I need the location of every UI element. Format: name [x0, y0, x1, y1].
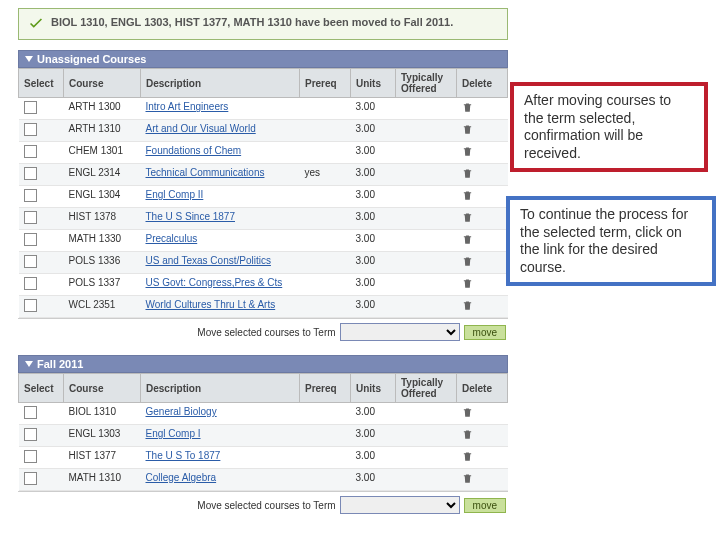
col-prereq[interactable]: Prereq — [300, 374, 351, 403]
confirmation-text: BIOL 1310, ENGL 1303, HIST 1377, MATH 13… — [51, 15, 453, 29]
course-link[interactable]: College Algebra — [146, 472, 217, 483]
offered — [396, 403, 457, 425]
col-delete[interactable]: Delete — [457, 374, 508, 403]
table-row: POLS 1337US Govt: Congress,Pres & Cts3.0… — [19, 274, 508, 296]
row-checkbox[interactable] — [24, 233, 37, 246]
prereq — [300, 208, 351, 230]
course-link[interactable]: Engl Comp I — [146, 428, 201, 439]
course-link[interactable]: Art and Our Visual World — [146, 123, 256, 134]
col-units[interactable]: Units — [351, 374, 396, 403]
trash-icon[interactable] — [462, 406, 503, 419]
row-checkbox[interactable] — [24, 167, 37, 180]
row-checkbox[interactable] — [24, 145, 37, 158]
prereq: yes — [300, 164, 351, 186]
col-delete[interactable]: Delete — [457, 69, 508, 98]
row-checkbox[interactable] — [24, 123, 37, 136]
trash-icon[interactable] — [462, 450, 503, 463]
move-label: Move selected courses to Term — [197, 327, 335, 338]
row-checkbox[interactable] — [24, 472, 37, 485]
row-checkbox[interactable] — [24, 255, 37, 268]
course-code: WCL 2351 — [64, 296, 141, 318]
table-row: ARTH 1300Intro Art Engineers3.00 — [19, 98, 508, 120]
row-checkbox[interactable] — [24, 189, 37, 202]
move-label: Move selected courses to Term — [197, 500, 335, 511]
col-units[interactable]: Units — [351, 69, 396, 98]
term-select-1[interactable] — [340, 323, 460, 341]
table-row: CHEM 1301Foundations of Chem3.00 — [19, 142, 508, 164]
units: 3.00 — [351, 469, 396, 491]
col-offered[interactable]: Typically Offered — [396, 69, 457, 98]
col-course[interactable]: Course — [64, 374, 141, 403]
table-row: ENGL 2314Technical Communicationsyes3.00 — [19, 164, 508, 186]
callout-red-text: After moving courses to the term selecte… — [524, 92, 671, 161]
row-checkbox[interactable] — [24, 406, 37, 419]
trash-icon[interactable] — [462, 255, 503, 268]
trash-icon[interactable] — [462, 189, 503, 202]
move-button[interactable]: move — [464, 498, 506, 513]
panel-header-fall2011[interactable]: Fall 2011 — [18, 355, 508, 373]
trash-icon[interactable] — [462, 299, 503, 312]
course-code: ARTH 1300 — [64, 98, 141, 120]
units: 3.00 — [351, 142, 396, 164]
course-link[interactable]: The U S To 1877 — [146, 450, 221, 461]
course-link[interactable]: Foundations of Chem — [146, 145, 242, 156]
table-row: POLS 1336US and Texas Const/Politics3.00 — [19, 252, 508, 274]
course-link[interactable]: General Biology — [146, 406, 217, 417]
col-prereq[interactable]: Prereq — [300, 69, 351, 98]
offered — [396, 296, 457, 318]
prereq — [300, 252, 351, 274]
trash-icon[interactable] — [462, 428, 503, 441]
row-checkbox[interactable] — [24, 277, 37, 290]
row-checkbox[interactable] — [24, 101, 37, 114]
check-icon — [27, 15, 45, 33]
course-link[interactable]: US Govt: Congress,Pres & Cts — [146, 277, 283, 288]
trash-icon[interactable] — [462, 167, 503, 180]
course-link[interactable]: The U S Since 1877 — [146, 211, 236, 222]
units: 3.00 — [351, 447, 396, 469]
course-code: MATH 1330 — [64, 230, 141, 252]
offered — [396, 120, 457, 142]
prereq — [300, 142, 351, 164]
row-checkbox[interactable] — [24, 211, 37, 224]
callout-red: After moving courses to the term selecte… — [510, 82, 708, 172]
chevron-down-icon — [25, 56, 33, 62]
units: 3.00 — [351, 208, 396, 230]
trash-icon[interactable] — [462, 211, 503, 224]
row-checkbox[interactable] — [24, 428, 37, 441]
course-link[interactable]: Engl Comp II — [146, 189, 204, 200]
trash-icon[interactable] — [462, 277, 503, 290]
col-select[interactable]: Select — [19, 69, 64, 98]
course-code: POLS 1336 — [64, 252, 141, 274]
course-link[interactable]: Intro Art Engineers — [146, 101, 229, 112]
col-desc[interactable]: Description — [141, 374, 300, 403]
row-checkbox[interactable] — [24, 450, 37, 463]
move-button[interactable]: move — [464, 325, 506, 340]
trash-icon[interactable] — [462, 233, 503, 246]
offered — [396, 252, 457, 274]
course-link[interactable]: Precalculus — [146, 233, 198, 244]
units: 3.00 — [351, 252, 396, 274]
term-select-2[interactable] — [340, 496, 460, 514]
row-checkbox[interactable] — [24, 299, 37, 312]
course-link[interactable]: US and Texas Const/Politics — [146, 255, 271, 266]
trash-icon[interactable] — [462, 145, 503, 158]
trash-icon[interactable] — [462, 101, 503, 114]
course-code: CHEM 1301 — [64, 142, 141, 164]
offered — [396, 274, 457, 296]
col-desc[interactable]: Description — [141, 69, 300, 98]
panel-header-unassigned[interactable]: Unassigned Courses — [18, 50, 508, 68]
col-offered[interactable]: Typically Offered — [396, 374, 457, 403]
col-select[interactable]: Select — [19, 374, 64, 403]
course-link[interactable]: Technical Communications — [146, 167, 265, 178]
move-bar-2: Move selected courses to Term move — [18, 491, 508, 518]
course-link[interactable]: World Cultures Thru Lt & Arts — [146, 299, 276, 310]
fall-2011-panel: Fall 2011 Select Course Description Prer… — [18, 355, 508, 518]
trash-icon[interactable] — [462, 472, 503, 485]
unassigned-table: Select Course Description Prereq Units T… — [18, 68, 508, 318]
col-course[interactable]: Course — [64, 69, 141, 98]
table-row: ENGL 1304Engl Comp II3.00 — [19, 186, 508, 208]
offered — [396, 425, 457, 447]
offered — [396, 208, 457, 230]
trash-icon[interactable] — [462, 123, 503, 136]
table-row: WCL 2351World Cultures Thru Lt & Arts3.0… — [19, 296, 508, 318]
